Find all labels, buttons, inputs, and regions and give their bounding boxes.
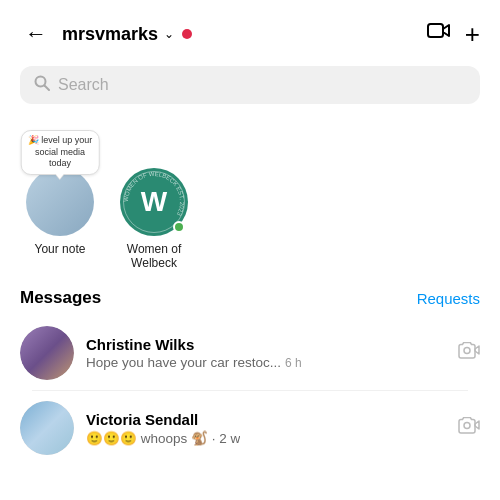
- avatar-christine: [20, 326, 74, 380]
- msg-preview-christine: Hope you have your car restoc...: [86, 355, 281, 370]
- video-call-icon[interactable]: [427, 21, 451, 47]
- online-status-dot: [182, 29, 192, 39]
- username-area[interactable]: mrsvmarks ⌄: [62, 24, 417, 45]
- svg-point-4: [464, 347, 470, 353]
- screen: ← mrsvmarks ⌄ + Search: [0, 0, 500, 500]
- chevron-down-icon: ⌄: [164, 27, 174, 41]
- camera-icon-christine: [458, 342, 480, 365]
- msg-name-christine: Christine Wilks: [86, 336, 446, 353]
- msg-preview-row-christine: Hope you have your car restoc... 6 h: [86, 355, 446, 370]
- msg-preview-row-victoria: 🙂🙂🙂 whoops 🐒 · 2 w: [86, 430, 446, 446]
- requests-link[interactable]: Requests: [417, 290, 480, 307]
- msg-name-victoria: Victoria Sendall: [86, 411, 446, 428]
- messages-header: Messages Requests: [0, 284, 500, 316]
- svg-point-5: [464, 422, 470, 428]
- camera-icon-victoria: [458, 417, 480, 440]
- avatar-victoria: [20, 401, 74, 455]
- header-actions: +: [427, 19, 480, 50]
- story-label-your-note: Your note: [35, 242, 86, 256]
- note-bubble: 🎉 level up your social media today: [21, 130, 100, 175]
- svg-rect-0: [428, 24, 443, 37]
- svg-line-2: [45, 86, 50, 91]
- story-item-your-note[interactable]: 🎉 level up your social media today Your …: [20, 124, 100, 270]
- msg-content-christine: Christine Wilks Hope you have your car r…: [86, 336, 446, 370]
- msg-preview-victoria: 🙂🙂🙂 whoops 🐒 · 2 w: [86, 430, 240, 446]
- message-list: Christine Wilks Hope you have your car r…: [0, 316, 500, 465]
- story-label-welbeck: Women of Welbeck: [114, 242, 194, 270]
- message-item-victoria[interactable]: Victoria Sendall 🙂🙂🙂 whoops 🐒 · 2 w: [12, 391, 488, 465]
- message-item-christine[interactable]: Christine Wilks Hope you have your car r…: [12, 316, 488, 390]
- msg-content-victoria: Victoria Sendall 🙂🙂🙂 whoops 🐒 · 2 w: [86, 411, 446, 446]
- search-placeholder: Search: [58, 76, 109, 94]
- header: ← mrsvmarks ⌄ +: [0, 0, 500, 60]
- messages-title: Messages: [20, 288, 101, 308]
- username-text: mrsvmarks: [62, 24, 158, 45]
- stories-row: 🎉 level up your social media today Your …: [0, 118, 500, 284]
- msg-time-christine: 6 h: [285, 356, 302, 370]
- back-arrow-icon: ←: [25, 23, 47, 45]
- search-icon: [34, 75, 50, 95]
- welbeck-avatar: WOMEN OF WELBECK EST. 2023 W: [120, 168, 188, 236]
- search-bar[interactable]: Search: [20, 66, 480, 104]
- back-button[interactable]: ←: [20, 18, 52, 50]
- story-item-welbeck[interactable]: WOMEN OF WELBECK EST. 2023 W Women of We…: [114, 168, 194, 270]
- new-message-icon[interactable]: +: [465, 19, 480, 50]
- svg-text:WOMEN OF WELBECK EST. 2023: WOMEN OF WELBECK EST. 2023: [123, 171, 185, 217]
